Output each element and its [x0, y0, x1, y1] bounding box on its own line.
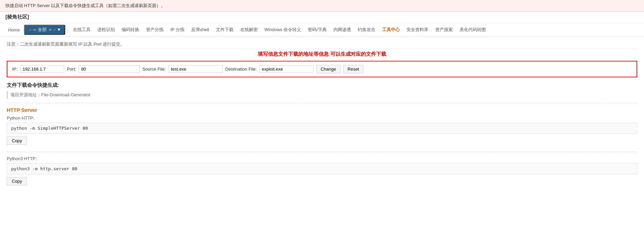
nav-divider-1: | — [67, 27, 68, 32]
source-label: Source File: — [142, 67, 166, 72]
python-label: Python HTTP: — [7, 116, 637, 121]
python3-code-box: python3 -m http.server 80 — [7, 163, 637, 174]
form-description: 填写信息文件下载的地址等信息 可以生成对应的文件下载 — [7, 51, 637, 57]
nav-online-tools[interactable]: 在线工具 — [70, 25, 93, 34]
python3-copy-button[interactable]: Copy — [7, 177, 27, 185]
site-header: [棱角社区] — [0, 12, 644, 23]
http-server-title: HTTP Server — [7, 107, 637, 113]
nav-process-id[interactable]: 进程识别 — [95, 25, 118, 34]
nav-asset-sort[interactable]: 资产分拣 — [143, 25, 166, 34]
section-title: 文件下载命令快捷生成: — [7, 82, 637, 89]
nav-ip-sort[interactable]: IP 分拣 — [168, 25, 187, 34]
nav-win-cmd[interactable]: Windows 命令转义 — [262, 25, 304, 34]
port-input[interactable] — [79, 65, 140, 73]
nav-all[interactable]: －＝ 全部 ＝－▼ — [24, 25, 65, 35]
source-file-input[interactable] — [169, 65, 223, 73]
port-label: Port: — [67, 67, 76, 72]
python-code-box: python -m SimpleHTTPServer 80 — [7, 123, 637, 134]
dest-label: Destination File: — [225, 67, 257, 72]
nav-home[interactable]: Home — [5, 26, 23, 34]
main-content: 注意：二次生成请刷新页面重新填写 IP 以及 Port 进行提交。 填写信息文件… — [0, 36, 644, 192]
nav-tool-center[interactable]: 工具中心 — [379, 25, 402, 34]
reset-button[interactable]: Reset — [343, 65, 364, 73]
ip-label: IP: — [12, 67, 18, 72]
notice-text: 注意：二次生成请刷新页面重新填写 IP 以及 Port 进行提交。 — [7, 42, 125, 47]
site-title: [棱角社区] — [5, 14, 639, 20]
nav-encoding[interactable]: 编码转换 — [119, 25, 142, 34]
nav-reverse-shell[interactable]: 反弹shell — [189, 25, 212, 34]
form-box: IP: Port: Source File: Destination File:… — [7, 61, 637, 77]
nav-intranet[interactable]: 内网渗透 — [331, 25, 354, 34]
project-link-bar: 项目开源地址：File-Download-Generator — [7, 91, 637, 99]
nav-asset-search[interactable]: 资产搜索 — [432, 25, 455, 34]
top-banner: 快捷启动 HTTP Server 以及下载命令快捷生成工具（如需二次生成请刷新页… — [0, 0, 644, 12]
nav-password-dict[interactable]: 密码/字典 — [305, 25, 329, 34]
nav-file-download[interactable]: 文件下载 — [213, 25, 236, 34]
nav-bar: Home －＝ 全部 ＝－▼ | 在线工具 进程识别 编码转换 资产分拣 IP … — [0, 23, 644, 36]
python3-label: Python3 HTTP: — [7, 156, 637, 161]
change-button[interactable]: Change — [316, 65, 341, 73]
banner-text: 快捷启动 HTTP Server 以及下载命令快捷生成工具（如需二次生成请刷新页… — [5, 3, 165, 8]
nav-beautify-code[interactable]: 美化代码转图 — [457, 25, 489, 34]
nav-phishing[interactable]: 钓鱼攻击 — [355, 25, 378, 34]
python-copy-button[interactable]: Copy — [7, 136, 27, 145]
notice-bar: 注意：二次生成请刷新页面重新填写 IP 以及 Port 进行提交。 — [7, 40, 637, 49]
dest-file-input[interactable] — [259, 65, 314, 73]
ip-input[interactable] — [20, 65, 64, 73]
divider-1 — [7, 103, 637, 103]
divider-2 — [7, 152, 637, 152]
nav-online-decrypt[interactable]: 在线解密 — [238, 25, 261, 34]
nav-security-lib[interactable]: 安全资料库 — [404, 25, 431, 34]
project-link-text: 项目开源地址：File-Download-Generator — [10, 92, 91, 97]
